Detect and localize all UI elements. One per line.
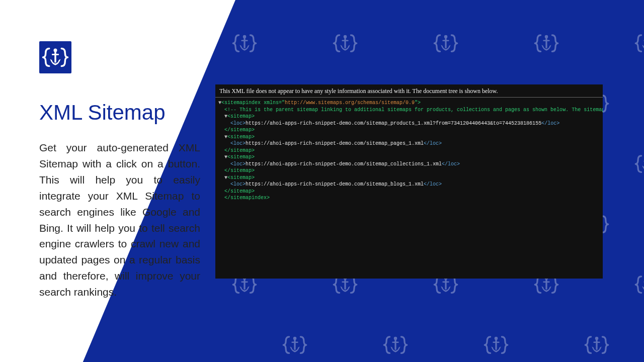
description-text: Get your auto-generated XML Sitemap with… xyxy=(39,140,200,300)
xml-viewer-panel: This XML file does not appear to have an… xyxy=(215,84,603,279)
xml-tree-body: ▼<sitemapindex xmlns="http://www.sitemap… xyxy=(215,98,603,204)
brand-logo xyxy=(39,41,71,73)
xml-notice-bar: This XML file does not appear to have an… xyxy=(215,84,603,98)
svg-rect-122 xyxy=(52,54,59,55)
anchor-braces-icon xyxy=(41,43,69,71)
svg-rect-121 xyxy=(54,51,56,63)
page-title: XML Sitemap xyxy=(39,101,166,125)
